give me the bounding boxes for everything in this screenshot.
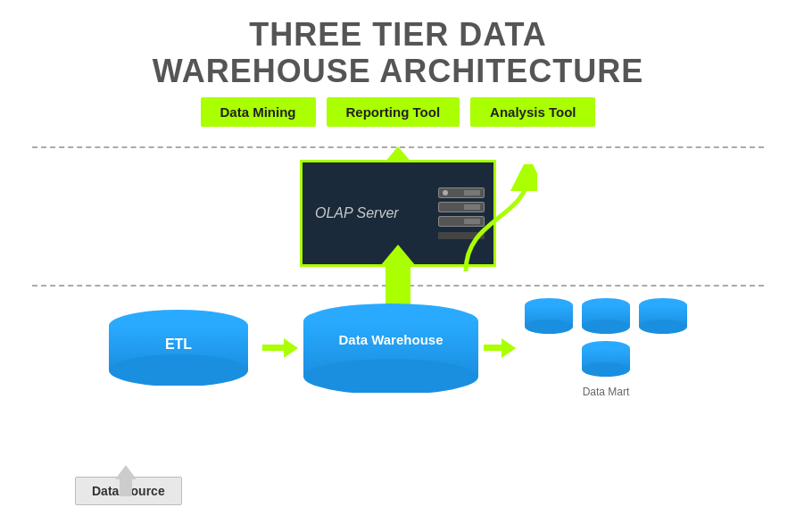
- svg-point-17: [582, 362, 630, 377]
- bottom-tier: ETL: [32, 298, 764, 398]
- data-mart-group: Data Mart: [523, 298, 689, 398]
- data-mart-row-1: [523, 298, 689, 336]
- etl-label: ETL: [107, 337, 250, 353]
- dw-cylinder-svg: [302, 303, 480, 393]
- arrow-shaft-dw-dm: [484, 345, 502, 351]
- arrow-etl-to-dw: [262, 338, 298, 358]
- tool-data-mining: Data Mining: [201, 97, 316, 127]
- arrow-head-etl-dw: [284, 338, 298, 358]
- tool-reporting-tool: Reporting Tool: [327, 97, 460, 127]
- data-mart-label: Data Mart: [523, 386, 689, 398]
- svg-point-2: [109, 354, 248, 386]
- data-mart-row-2: [523, 341, 689, 378]
- arrow-head-dw-olap: [380, 245, 416, 266]
- tool-analysis-tool: Analysis Tool: [470, 97, 595, 127]
- svg-point-14: [639, 320, 687, 334]
- svg-point-11: [582, 320, 630, 334]
- data-mart-cyl-4: [580, 341, 632, 378]
- ds-arrow-head: [115, 465, 137, 479]
- data-mart-cyl-1: [523, 298, 575, 336]
- svg-point-8: [525, 320, 573, 334]
- data-warehouse-cylinder: Data Warehouse: [302, 303, 480, 393]
- olap-label: OLAP Server: [315, 205, 399, 221]
- etl-cylinder: ETL: [107, 310, 250, 386]
- arrow-head-dw-dm: [502, 338, 516, 358]
- ds-arrow-shaft: [120, 479, 132, 496]
- arrow-dw-to-datamart: [484, 338, 516, 358]
- curved-arrow-feedback: [457, 164, 537, 280]
- page-title: THREE TIER DATA WAREHOUSE ARCHITECTURE: [153, 16, 644, 90]
- diagram-container: THREE TIER DATA WAREHOUSE ARCHITECTURE D…: [0, 0, 796, 532]
- data-mart-cyl-3: [637, 298, 689, 336]
- arrow-shaft-etl-dw: [262, 345, 284, 351]
- data-mart-cyl-2: [580, 298, 632, 336]
- dw-label: Data Warehouse: [302, 332, 480, 347]
- ds-arrow-container: [115, 465, 137, 496]
- main-diagram: Data Mining Reporting Tool Analysis Tool…: [32, 97, 764, 532]
- top-tools-layer: Data Mining Reporting Tool Analysis Tool: [32, 97, 764, 127]
